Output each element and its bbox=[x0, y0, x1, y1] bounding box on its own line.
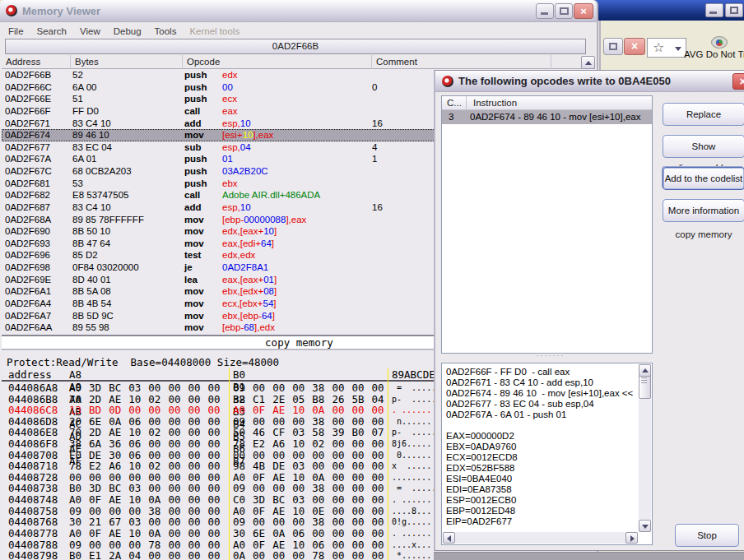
scroll-left-button[interactable] bbox=[443, 532, 455, 544]
dialog-close-button[interactable]: × bbox=[732, 73, 744, 90]
menu-kernel-tools: Kernel tools bbox=[183, 25, 246, 36]
dialog-titlebar[interactable]: The following opcodes write to 0BA4E050 … bbox=[435, 71, 744, 92]
column-header-instruction[interactable]: Instruction bbox=[467, 96, 652, 109]
avg-do-not-track-icon[interactable] bbox=[711, 36, 728, 49]
operand-part: 10 bbox=[240, 202, 251, 212]
browser-restore-button[interactable] bbox=[725, 3, 743, 17]
disasm-address: 0AD2F6AA bbox=[5, 322, 53, 332]
scroll-down-button[interactable] bbox=[639, 520, 651, 532]
info-line: 0AD2F66F - FF D0 - call eax bbox=[446, 367, 637, 377]
disasm-operands: eax bbox=[222, 106, 238, 116]
disasm-opcode: lea bbox=[184, 275, 198, 285]
menu-search[interactable]: Search bbox=[30, 25, 73, 36]
hex-ascii: 0...... bbox=[392, 451, 431, 460]
menu-file[interactable]: File bbox=[2, 25, 30, 36]
column-header-address[interactable]: Address bbox=[2, 55, 71, 69]
info-line: ESI=0BA4E040 bbox=[446, 474, 637, 484]
operand-part: edx,edx bbox=[222, 250, 255, 260]
disasm-opcode: je bbox=[184, 262, 193, 272]
operand-part: ],eax bbox=[253, 130, 273, 140]
disasm-comment: 16 bbox=[372, 202, 383, 212]
disasm-address: 0AD2F696 bbox=[5, 250, 50, 260]
disasm-bytes: E8 53747505 bbox=[72, 190, 128, 200]
opcode-row[interactable]: 30AD2F674 - 89 46 10 - mov [esi+10],eax bbox=[442, 110, 652, 124]
operand-part: 64 bbox=[262, 311, 272, 321]
scroll-up-button[interactable] bbox=[639, 364, 651, 377]
info-line: 0AD2F677 - 83 EC 04 - sub esp,04 bbox=[446, 399, 637, 410]
chevron-down-icon[interactable] bbox=[675, 47, 681, 51]
disasm-opcode: mov bbox=[184, 238, 204, 248]
disasm-address: 0AD2F66B bbox=[5, 70, 51, 80]
vertical-scrollbar[interactable] bbox=[639, 364, 651, 532]
disasm-bytes: 83 EC 04 bbox=[72, 142, 112, 152]
disasm-opcode: push bbox=[184, 82, 207, 92]
eye-icon bbox=[716, 39, 723, 46]
browser-minimize-button[interactable] bbox=[705, 3, 723, 17]
extra-info-panel[interactable]: 0AD2F66F - FF D0 - call eax0AD2F671 - 83… bbox=[441, 363, 653, 545]
info-line: EDI=0EA87358 bbox=[446, 484, 637, 495]
cheat-engine-icon bbox=[442, 76, 453, 87]
popup-close-button[interactable]: × bbox=[624, 38, 645, 55]
hex-separator-line bbox=[229, 368, 230, 560]
favorites-control[interactable]: ☆ bbox=[647, 38, 686, 58]
close-button[interactable]: × bbox=[574, 3, 593, 19]
scroll-right-button[interactable] bbox=[625, 532, 638, 544]
column-header-count[interactable]: C... bbox=[442, 96, 467, 109]
disasm-operands: esp,04 bbox=[222, 142, 251, 152]
disasm-opcode: add bbox=[184, 118, 201, 128]
operand-part: ] bbox=[272, 238, 274, 248]
maximize-button[interactable] bbox=[555, 3, 573, 19]
disasm-opcode: mov bbox=[184, 215, 204, 224]
disasm-operands: [ebp-00000088],eax bbox=[222, 215, 306, 224]
hex-ascii: n...... bbox=[392, 417, 431, 426]
disasm-bytes: 68 0CB2A203 bbox=[72, 166, 132, 176]
stop-button[interactable]: Stop bbox=[675, 524, 739, 547]
disasm-address: 0AD2F6A1 bbox=[5, 286, 51, 296]
column-header-bytes[interactable]: Bytes bbox=[71, 55, 183, 69]
operand-part: eax bbox=[222, 106, 238, 116]
more-information-button[interactable]: More information bbox=[663, 199, 744, 222]
show-disassembler-button[interactable]: Show disassembler bbox=[663, 135, 744, 158]
info-line bbox=[446, 420, 637, 431]
hex-ascii: = ..... bbox=[392, 383, 436, 392]
menu-view[interactable]: View bbox=[73, 25, 107, 36]
disasm-bytes: 6A 00 bbox=[72, 82, 96, 92]
info-line: ESP=0012ECB0 bbox=[446, 495, 637, 506]
opcode-list[interactable]: C... Instruction 30AD2F674 - 89 46 10 - … bbox=[441, 95, 653, 354]
horizontal-scrollbar[interactable] bbox=[443, 532, 638, 544]
disasm-bytes: 8B 4B 54 bbox=[72, 299, 111, 308]
hex-ascii: 0!g..... bbox=[392, 517, 431, 526]
minimize-button[interactable] bbox=[536, 3, 554, 19]
operand-part: edx,[eax+ bbox=[222, 226, 263, 236]
hex-bytes-left: B0 E1 2A 04 00 00 00 00 bbox=[69, 549, 221, 560]
menu-debug[interactable]: Debug bbox=[107, 25, 148, 36]
operand-part: esp, bbox=[222, 118, 240, 128]
scroll-up-button[interactable] bbox=[581, 56, 595, 69]
hex-protect-info: Protect:Read/Write Base=04408000 Size=48… bbox=[7, 356, 279, 368]
column-header-comment[interactable]: Comment bbox=[372, 55, 551, 69]
hex-bytes-right: 0A 00 00 00 78 00 00 00 bbox=[233, 549, 384, 560]
memory-viewer-titlebar[interactable]: Memory Viewer × bbox=[0, 0, 597, 22]
disasm-bytes: 85 D2 bbox=[72, 250, 98, 260]
info-line: EAX=000000D2 bbox=[446, 431, 637, 442]
disasm-opcode: mov bbox=[184, 311, 204, 321]
disasm-address: 0AD2F67C bbox=[5, 166, 52, 176]
disasm-bytes: 0F84 03020000 bbox=[72, 262, 139, 272]
splitter-handle[interactable]: ······· bbox=[530, 354, 571, 359]
disasm-operands: 03A2B20C bbox=[222, 166, 268, 176]
disasm-bytes: 8D 40 01 bbox=[72, 275, 111, 285]
replace-button[interactable]: Replace bbox=[663, 103, 744, 126]
disasm-bytes: 8B 5D 9C bbox=[72, 311, 114, 321]
add-to-the-codelist-button[interactable]: Add to the codelist bbox=[663, 167, 744, 190]
info-line: EIP=0AD2F677 bbox=[446, 516, 637, 527]
operand-part: ] bbox=[272, 311, 275, 321]
disasm-comment: 1 bbox=[372, 154, 377, 164]
arrow-up-icon bbox=[642, 368, 649, 373]
avg-do-not-track-label: AVG Do Not Tr bbox=[684, 49, 744, 59]
address-bar[interactable]: 0AD2F66B bbox=[5, 39, 586, 54]
popup-restore-button[interactable] bbox=[603, 38, 623, 55]
column-header-opcode[interactable]: Opcode bbox=[183, 55, 372, 69]
disasm-comment: 0 bbox=[372, 82, 377, 92]
disasm-address: 0AD2F693 bbox=[5, 238, 50, 248]
menu-tools[interactable]: Tools bbox=[148, 25, 184, 36]
